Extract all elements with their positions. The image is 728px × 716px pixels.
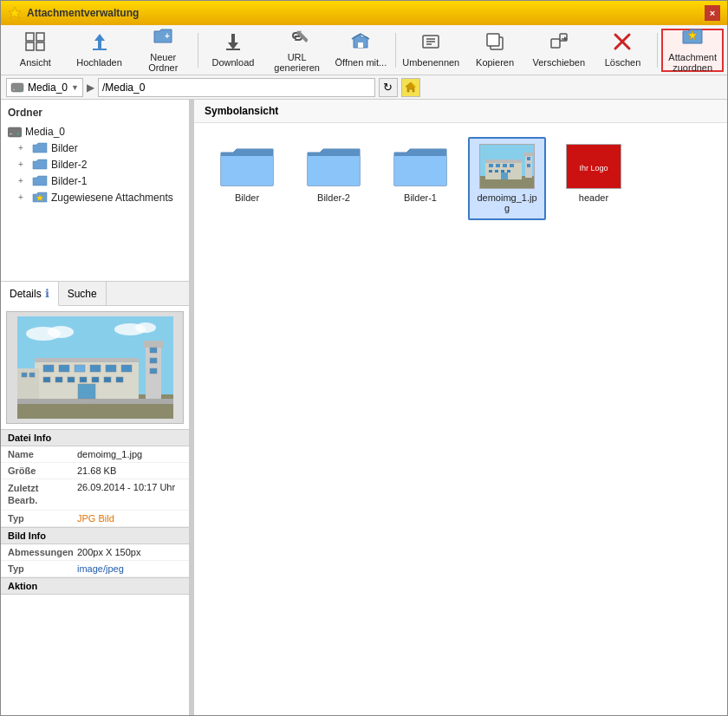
bild-info-type-row: Typ image/jpeg bbox=[1, 561, 189, 577]
toolbar-verschieben[interactable]: Verschieben bbox=[528, 29, 590, 72]
svg-rect-69 bbox=[485, 159, 522, 163]
svg-rect-53 bbox=[80, 377, 87, 382]
path-input[interactable] bbox=[98, 78, 375, 97]
download-label: Download bbox=[212, 57, 255, 68]
close-button[interactable]: × bbox=[705, 5, 720, 21]
icon-demoimg1-label: demoimg_1.jpg bbox=[475, 192, 539, 213]
bild-info-type-value: image/jpeg bbox=[77, 563, 124, 574]
tab-details[interactable]: Details ℹ bbox=[1, 282, 59, 306]
svg-rect-3 bbox=[26, 42, 34, 50]
drive-dropdown-icon[interactable]: ▼ bbox=[71, 83, 79, 92]
pathbar-drive[interactable]: Media_0 ▼ bbox=[6, 78, 83, 97]
details-content: Datei Info Name demoimg_1.jpg Größe 21.6… bbox=[1, 429, 189, 715]
icon-item-bilder2[interactable]: Bilder-2 bbox=[295, 137, 373, 220]
url-generieren-label: URL generieren bbox=[270, 52, 324, 73]
oeffnen-mit-icon bbox=[350, 32, 371, 55]
bild-info-type-label: Typ bbox=[8, 563, 77, 574]
tree-item-zugewiesene[interactable]: + Zugewiesene Attachments bbox=[1, 189, 189, 205]
toolbar-neuer-ordner[interactable]: + Neuer Ordner bbox=[132, 29, 194, 72]
folder-icon bbox=[32, 158, 48, 171]
file-info-type-value: JPG Bild bbox=[77, 513, 114, 524]
icon-header-label: header bbox=[579, 192, 608, 203]
expand-icon[interactable]: + bbox=[18, 176, 29, 186]
verschieben-icon bbox=[549, 32, 569, 55]
symbolview-header: Symbolansicht bbox=[194, 100, 727, 123]
bild-info-size-label: Abmessungen bbox=[8, 547, 77, 557]
svg-rect-71 bbox=[496, 164, 500, 167]
folder-svg-bilder2 bbox=[306, 144, 361, 189]
svg-rect-54 bbox=[92, 377, 99, 382]
hochladen-label: Hochladen bbox=[76, 57, 122, 68]
bild-info-size-value: 200px X 150px bbox=[77, 547, 140, 557]
neuer-ordner-label: Neuer Ordner bbox=[136, 52, 190, 73]
expand-icon[interactable]: + bbox=[18, 143, 29, 153]
svg-rect-78 bbox=[501, 172, 508, 179]
svg-rect-64 bbox=[22, 373, 27, 377]
open-with-icon bbox=[350, 32, 371, 51]
svg-rect-59 bbox=[143, 341, 164, 348]
icon-item-header[interactable]: Ihr Logo header bbox=[555, 137, 633, 220]
file-info-type-label: Typ bbox=[8, 513, 77, 524]
toolbar-oeffnen-mit[interactable]: Öffnen mit... bbox=[330, 29, 393, 72]
loeschen-icon bbox=[613, 32, 632, 55]
aktion-header: Aktion bbox=[1, 577, 189, 595]
toolbar-url-generieren[interactable]: URL generieren bbox=[266, 29, 328, 72]
svg-rect-62 bbox=[150, 368, 157, 374]
svg-rect-48 bbox=[106, 365, 116, 372]
titlebar-left: Attachmentverwaltung bbox=[8, 6, 139, 20]
bild-info-size-row: Abmessungen 200px X 150px bbox=[1, 544, 189, 561]
starred-folder-icon bbox=[32, 191, 48, 204]
ansicht-label: Ansicht bbox=[20, 57, 51, 68]
file-info-date-row: ZuletztBearb. 26.09.2014 - 10:17 Uhr bbox=[1, 479, 189, 511]
refresh-icon: ↻ bbox=[383, 81, 393, 94]
window-title: Attachmentverwaltung bbox=[27, 7, 139, 19]
svg-rect-70 bbox=[489, 164, 493, 167]
svg-rect-26 bbox=[11, 83, 23, 92]
file-info-header: Datei Info bbox=[1, 429, 189, 446]
oeffnen-mit-label: Öffnen mit... bbox=[335, 57, 387, 68]
svg-rect-63 bbox=[17, 368, 39, 399]
icon-item-bilder[interactable]: Bilder bbox=[208, 137, 286, 220]
details-panel: Details ℹ Suche bbox=[1, 282, 189, 715]
drive-label: Media_0 bbox=[28, 81, 68, 94]
toolbar-kopieren[interactable]: Kopieren bbox=[464, 29, 526, 72]
tree-item-bilder1[interactable]: + Bilder-1 bbox=[1, 172, 189, 189]
expand-icon[interactable]: + bbox=[18, 159, 29, 169]
svg-rect-80 bbox=[523, 153, 534, 156]
demoimg1-thumbnail bbox=[479, 144, 535, 189]
expand-icon[interactable]: + bbox=[18, 192, 29, 202]
icon-item-bilder1[interactable]: Bilder-1 bbox=[381, 137, 459, 220]
svg-rect-50 bbox=[43, 377, 50, 382]
toolbar-umbenennen[interactable]: Umbenennen bbox=[400, 29, 462, 72]
svg-rect-4 bbox=[36, 42, 44, 50]
toolbar-loeschen[interactable]: Löschen bbox=[592, 29, 654, 72]
tree-item-bilder[interactable]: + Bilder bbox=[1, 140, 189, 156]
toolbar-download[interactable]: Download bbox=[202, 29, 264, 72]
url-generieren-icon bbox=[287, 27, 308, 49]
svg-rect-18 bbox=[487, 34, 499, 46]
path-separator-icon: ▶ bbox=[87, 81, 94, 94]
tree-item-media0[interactable]: Media_0 bbox=[1, 124, 189, 140]
toolbar-hochladen[interactable]: Hochladen bbox=[68, 29, 131, 72]
toolbar-ansicht[interactable]: Ansicht bbox=[4, 29, 67, 72]
download-arrow-icon bbox=[224, 32, 243, 51]
svg-rect-51 bbox=[55, 377, 62, 382]
tab-suche[interactable]: Suche bbox=[59, 282, 107, 305]
tab-details-label: Details bbox=[10, 288, 42, 300]
svg-rect-41 bbox=[17, 399, 173, 404]
toolbar-attachment-zuordnen[interactable]: Attachment zuordnen bbox=[661, 29, 724, 72]
rename-icon bbox=[421, 32, 440, 51]
file-info-date-label: ZuletztBearb. bbox=[8, 482, 77, 507]
attachment-zuordnen-label: Attachment zuordnen bbox=[666, 52, 718, 73]
tree-item-bilder2[interactable]: + Bilder-2 bbox=[1, 156, 189, 172]
neuer-ordner-icon: + bbox=[153, 27, 173, 49]
link-icon bbox=[287, 27, 308, 46]
pathbar: Media_0 ▼ ▶ ↻ bbox=[1, 75, 727, 100]
svg-rect-46 bbox=[75, 365, 85, 372]
info-icon: ℹ bbox=[45, 287, 49, 300]
refresh-button[interactable]: ↻ bbox=[379, 78, 398, 97]
home-button[interactable] bbox=[401, 78, 420, 97]
icon-grid: Bilder Bilder-2 bbox=[194, 123, 727, 715]
hochladen-icon bbox=[90, 32, 109, 55]
icon-item-demoimg1[interactable]: demoimg_1.jpg bbox=[468, 137, 546, 220]
